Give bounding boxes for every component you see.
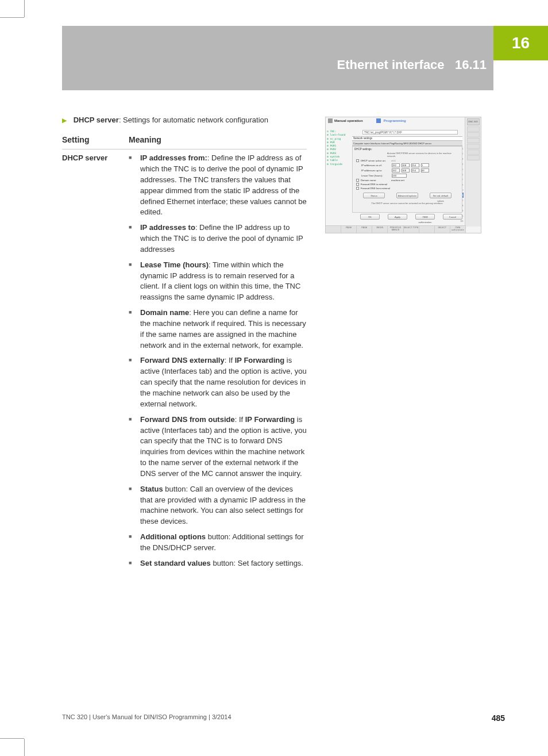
cancel-button[interactable]: Cancel <box>443 214 462 220</box>
chapter-tab: 16 <box>493 26 548 60</box>
crop-mark <box>0 17 24 18</box>
ss-path-input[interactable]: TNC:\nc_prog\PGM\*.H;*.I;*.DXF <box>362 130 458 135</box>
ss-row-fwd-ext: Forward DNS to external <box>353 182 462 186</box>
std-values-button[interactable]: Set std. default values <box>430 193 451 198</box>
ss-right-slot <box>467 144 480 149</box>
header-band: Ethernet interface 16.11 <box>62 26 493 90</box>
ss-mode-manual: Manual operation <box>334 119 363 122</box>
ss-right-button[interactable]: DNC ISO <box>467 118 480 125</box>
ss-dialog-actions: OK Apply OEM authorization Cancel <box>360 214 462 220</box>
softkey[interactable]: BEGIN <box>372 226 388 233</box>
page-footer: TNC 320 | User's Manual for DIN/ISO Prog… <box>62 713 505 723</box>
ss-dhcp-panel: DHCP settings: Activate DHCP/DNS server … <box>352 146 462 213</box>
checkbox-icon[interactable] <box>356 179 359 182</box>
intro-rest: : Settings for automatic network configu… <box>119 116 268 124</box>
ss-row-active: DHCP server active on: eth1 <box>353 159 462 163</box>
page-header: Ethernet interface 16.11 <box>337 57 487 72</box>
th-meaning: Meaning <box>129 132 307 149</box>
oem-button[interactable]: OEM authorization <box>415 214 435 220</box>
checkbox-icon[interactable] <box>356 159 359 162</box>
content-column: ▶ DHCP server: Settings for automatic ne… <box>62 115 307 577</box>
list-item: Forward DNS from outside: If IP Forwardi… <box>129 415 307 479</box>
ss-tab-bar[interactable]: Computer name Interfaces Internet Ping/R… <box>352 141 462 146</box>
ss-hint: The DHCP server service cannot be activa… <box>353 201 462 207</box>
settings-table: Setting Meaning DHCP server IP addresses… <box>62 132 307 577</box>
ss-panel-title: DHCP settings: <box>353 147 462 152</box>
footer-text: TNC 320 | User's Manual for DIN/ISO Prog… <box>62 713 231 723</box>
ss-right-slot <box>467 132 480 137</box>
ss-right-slot <box>467 149 480 155</box>
embedded-screenshot: Manual operation Programming DNC ISO F1F… <box>325 117 481 233</box>
apply-button[interactable]: Apply <box>388 214 407 220</box>
list-item: IP addresses from:: Define the IP addres… <box>129 153 307 218</box>
ss-panel-note: Activate DHCP/DNS server services for de… <box>353 152 462 159</box>
ip-octet-input[interactable]: 168 <box>402 163 410 167</box>
status-button[interactable]: Status <box>363 193 385 198</box>
softkey[interactable]: PREVIOUS MENUS <box>388 226 403 233</box>
ip-octet-input[interactable]: 168 <box>402 168 410 172</box>
checkbox-icon[interactable] <box>356 187 359 190</box>
ip-octet-input[interactable]: 192 <box>392 168 400 172</box>
ss-right-slot <box>467 138 480 143</box>
list-item: Domain name: Here you can define a name … <box>129 308 307 351</box>
softkey[interactable]: PAGE <box>341 226 357 233</box>
header-title: Ethernet interface <box>337 57 445 72</box>
ss-softkey-bar: PAGEPAGEBEGINPREVIOUS MENUSSELECT TYPESE… <box>326 225 466 233</box>
ss-row-lease: Lease Time (hours): 240 <box>353 173 462 178</box>
td-meaning: IP addresses from:: Define the IP addres… <box>129 149 307 577</box>
list-item: Lease Time (hours): Time within which th… <box>129 260 307 303</box>
list-item: Set standard values button: Set factory … <box>129 558 307 569</box>
list-item: IP addresses to: Define the IP address u… <box>129 222 307 255</box>
list-item: Status button: Call an overview of the d… <box>129 484 307 527</box>
ok-button[interactable]: OK <box>360 214 380 220</box>
ip-octet-input[interactable]: 254 <box>411 163 419 167</box>
softkey[interactable]: SELECT TYPE <box>404 226 419 233</box>
ip-octet-input[interactable]: 49 <box>421 168 429 172</box>
arrow-icon: ▶ <box>62 116 67 125</box>
mode-icon <box>328 118 333 123</box>
ss-mode-programming: Programming <box>384 119 406 122</box>
list-item: Forward DNS externally: If IP Forwarding… <box>129 355 307 409</box>
lease-input[interactable]: 240 <box>392 174 407 178</box>
ss-row-fwd-out: Forward DNS from external <box>353 186 462 190</box>
ss-row-domain: Domain name: machine.net <box>353 178 462 182</box>
advanced-button[interactable]: Advanced options <box>396 193 418 198</box>
header-section: 16.11 <box>455 57 487 72</box>
ss-right-slot <box>467 155 480 160</box>
softkey[interactable]: OEM authorization <box>450 226 466 233</box>
ss-file-tree[interactable]: ⊟ TNC: ⊞ lost+found ⊞ nc_prog ⊞ PGM ⊞ PG… <box>327 130 351 167</box>
intro-line: ▶ DHCP server: Settings for automatic ne… <box>62 115 307 126</box>
ip-octet-input[interactable]: 254 <box>411 168 419 172</box>
crop-mark <box>0 738 24 739</box>
intro-bold: DHCP server <box>74 116 119 124</box>
crop-mark <box>24 739 25 756</box>
ss-titlebar: Manual operation Programming <box>328 118 406 123</box>
meaning-list: IP addresses from:: Define the IP addres… <box>129 153 307 569</box>
ss-row-ip-to: IP addresses up to: 192 168 254 49 <box>353 168 462 173</box>
softkey[interactable]: PAGE <box>357 226 372 233</box>
ip-octet-input[interactable]: 192 <box>392 163 400 167</box>
softkey[interactable]: SELECT <box>435 226 450 233</box>
td-setting: DHCP server <box>62 149 129 577</box>
crop-mark <box>24 0 25 17</box>
ss-dialog-title: Network settings <box>352 136 462 141</box>
list-item: Additional options button: Additional se… <box>129 532 307 554</box>
ip-octet-input[interactable]: 1 <box>421 163 429 167</box>
ss-right-sidebar: DNC ISO <box>465 117 481 227</box>
ss-button-row: Status Advanced options Set std. default… <box>353 190 462 201</box>
checkbox-icon[interactable] <box>356 183 359 186</box>
page-number: 485 <box>492 713 505 723</box>
softkey[interactable] <box>419 226 435 233</box>
mode-icon <box>376 118 381 123</box>
softkey[interactable] <box>326 226 341 233</box>
ss-row-ip-from: IP addresses as of: 192 168 254 1 <box>353 163 462 168</box>
tree-node[interactable]: ⊞ tncguide <box>327 163 351 166</box>
ss-right-slot <box>467 126 480 132</box>
th-setting: Setting <box>62 132 129 149</box>
